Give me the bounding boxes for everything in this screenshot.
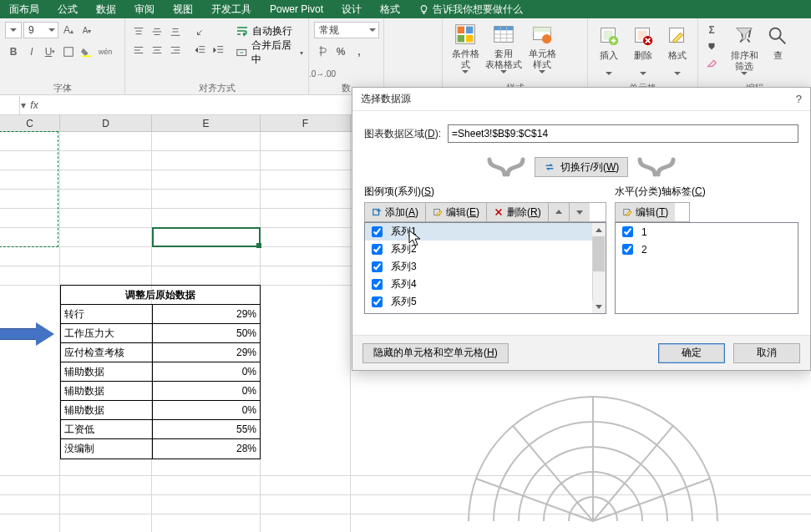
series-listbox[interactable]: 系列1 系列2 系列3 系列4 系列5 [364,222,606,314]
table-row[interactable]: 0% [153,382,260,401]
series-item[interactable]: 系列2 [365,241,606,258]
format-cells-button[interactable]: 格式 [661,22,692,77]
colhdr-e[interactable]: E [152,115,261,132]
indent-increase-button[interactable] [210,42,227,58]
grow-font-button[interactable]: A▴ [60,22,77,38]
font-size-combo[interactable]: 9 [23,22,58,38]
bold-button[interactable]: B [5,43,22,60]
align-left-button[interactable] [130,42,147,58]
number-format-combo[interactable]: 常规 [314,22,379,38]
shrink-font-button[interactable]: A▾ [79,22,95,38]
border-button[interactable] [60,43,77,60]
sort-filter-button[interactable]: 排序和筛选 [727,22,762,77]
dialog-help-button[interactable]: ? [796,93,802,105]
arrow-shape[interactable] [0,322,58,346]
tab-view[interactable]: 视图 [164,0,202,18]
orientation-button[interactable] [192,23,209,40]
ok-button[interactable]: 确定 [658,343,725,363]
active-cell[interactable] [152,227,261,247]
move-down-button[interactable] [570,203,590,221]
move-up-button[interactable] [549,203,570,221]
series-checkbox[interactable] [372,244,383,255]
switch-row-col-button[interactable]: 切换行/列(W) [535,157,629,177]
axis-checkbox[interactable] [622,244,633,255]
tab-powerpivot[interactable]: Power Pivot [261,0,332,18]
cancel-button[interactable]: 取消 [733,343,800,363]
delete-series-button[interactable]: 删除(R) [487,203,549,221]
table-row[interactable]: 55% [153,420,260,439]
edit-axis-button[interactable]: 编辑(T) [616,203,675,221]
table-row[interactable]: 0% [153,362,260,382]
chart-range-input[interactable] [448,124,798,143]
wrap-text-button[interactable]: 自动换行 [252,24,292,38]
name-box-dropdown[interactable]: ▾ [20,99,27,111]
add-series-button[interactable]: 添加(A) [365,203,426,221]
scroll-up-button[interactable] [592,223,606,236]
table-row[interactable]: 没编制 [61,439,153,459]
name-box[interactable] [0,96,20,114]
table-row[interactable]: 转行 [61,305,153,324]
align-right-button[interactable] [167,42,184,58]
tab-format[interactable]: 格式 [371,0,409,18]
table-row[interactable]: 工资低 [61,420,153,439]
comma-button[interactable]: , [351,43,367,60]
axis-item[interactable]: 2 [616,241,798,258]
align-bottom-button[interactable] [167,23,184,40]
half-doughnut-chart[interactable] [451,379,735,521]
cell-styles-button[interactable]: 单元格样式 [525,20,560,75]
font-name-combo[interactable] [5,22,22,38]
fill-button[interactable] [703,38,720,55]
increase-decimal-button[interactable]: .0→.00 [314,65,331,82]
table-row[interactable]: 50% [153,324,260,343]
tab-design[interactable]: 设计 [332,0,371,18]
axis-listbox[interactable]: 1 2 [615,222,798,314]
colhdr-f[interactable]: F [261,115,351,132]
format-as-table-button[interactable]: 套用 表格格式 [486,20,521,75]
colhdr-d[interactable]: D [60,115,152,132]
hidden-cells-button[interactable]: 隐藏的单元格和空单元格(H) [362,343,509,363]
table-row[interactable]: 辅助数据 [61,382,153,401]
tell-me-search[interactable]: 告诉我你想要做什么 [409,0,532,18]
indent-decrease-button[interactable] [192,42,209,58]
table-row[interactable]: 0% [153,401,260,420]
delete-cells-button[interactable]: 删除 [627,22,658,77]
percent-button[interactable]: % [332,43,349,60]
axis-item[interactable]: 1 [616,223,798,241]
conditional-formatting-button[interactable]: 条件格式 [448,20,483,75]
tab-developer[interactable]: 开发工具 [202,0,261,18]
table-row[interactable]: 工作压力大 [61,324,153,343]
tab-review[interactable]: 审阅 [125,0,164,18]
accounting-button[interactable] [314,43,331,60]
series-item[interactable]: 系列4 [365,276,606,293]
scroll-thumb[interactable] [593,236,605,271]
italic-button[interactable]: I [23,43,40,60]
tab-pagelayout[interactable]: 面布局 [0,0,48,18]
tab-data[interactable]: 数据 [87,0,125,18]
series-checkbox[interactable] [372,226,383,237]
merge-center-button[interactable]: 合并后居中 [251,38,297,67]
fill-handle[interactable] [256,243,261,248]
series-checkbox[interactable] [372,279,383,290]
clear-button[interactable] [703,55,720,72]
underline-button[interactable]: U▾ [42,43,58,60]
table-row[interactable]: 辅助数据 [61,401,153,420]
table-row[interactable]: 28% [153,439,260,459]
edit-series-button[interactable]: 编辑(E) [426,203,487,221]
align-top-button[interactable] [130,23,147,40]
autosum-button[interactable]: Σ [703,22,720,38]
fill-color-button[interactable] [79,43,95,60]
fx-button[interactable]: fx [27,99,42,111]
table-row[interactable]: 29% [153,343,260,362]
axis-checkbox[interactable] [622,226,633,237]
series-checkbox[interactable] [372,261,383,272]
align-center-button[interactable] [149,42,165,58]
dialog-titlebar[interactable]: 选择数据源 ? [352,88,810,111]
series-scrollbar[interactable] [592,223,606,313]
insert-cells-button[interactable]: 插入 [593,22,624,77]
scroll-down-button[interactable] [592,300,606,313]
series-item[interactable]: 系列3 [365,258,606,276]
series-item[interactable]: 系列5 [365,293,606,311]
align-middle-button[interactable] [149,23,165,40]
table-row[interactable]: 29% [153,305,260,324]
phonetic-button[interactable]: wén [97,43,114,60]
